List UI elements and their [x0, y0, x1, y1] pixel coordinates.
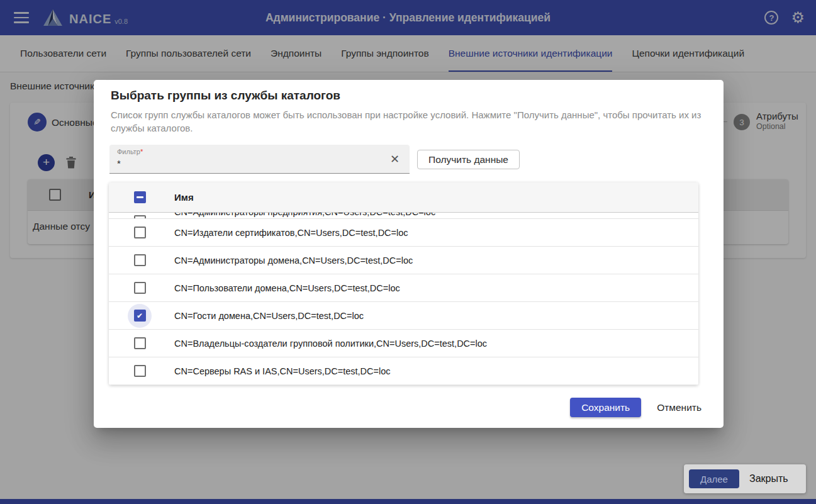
table-header-row: Имя [109, 182, 698, 213]
row-checkbox-checked[interactable]: ✔ [134, 310, 146, 322]
table-row[interactable]: CN=Администраторы домена,CN=Users,DC=tes… [109, 247, 698, 274]
table-row[interactable]: CN=Пользователи домена,CN=Users,DC=test,… [109, 274, 698, 302]
table-row[interactable]: CN=Издатели сертификатов,CN=Users,DC=tes… [109, 219, 698, 247]
name-column-header: Имя [174, 192, 194, 203]
dialog-actions: Сохранить Отменить [570, 398, 701, 417]
row-checkbox[interactable] [134, 282, 146, 294]
clear-icon[interactable]: ✕ [390, 152, 400, 166]
filter-field[interactable]: Фильтр* ✕ [109, 145, 410, 174]
close-button[interactable]: Закрыть [749, 473, 788, 484]
screen: NAICE v0.8 Администрирование · Управлени… [0, 0, 816, 504]
dialog-description: Список групп службы каталогов может быть… [111, 108, 705, 135]
cancel-button[interactable]: Отменить [657, 402, 701, 413]
directory-groups-table: Имя CN=Администраторы предприятия,CN=Use… [109, 182, 698, 385]
table-row-selected[interactable]: ✔ CN=Гости домена,CN=Users,DC=test,DC=lo… [109, 302, 698, 330]
save-button[interactable]: Сохранить [570, 398, 641, 417]
row-checkbox[interactable] [134, 254, 146, 266]
wizard-actions-bar: Далее Закрыть [684, 464, 806, 493]
table-row[interactable]: CN=Администраторы предприятия,CN=Users,D… [109, 213, 698, 219]
filter-label: Фильтр* [117, 148, 143, 155]
filter-input[interactable] [117, 158, 369, 169]
select-all-checkbox[interactable] [134, 191, 146, 203]
next-button[interactable]: Далее [689, 469, 739, 488]
required-asterisk: * [140, 148, 143, 155]
select-groups-dialog: Выбрать группы из службы каталогов Списо… [94, 80, 724, 428]
table-row[interactable]: CN=Серверы RAS и IAS,CN=Users,DC=test,DC… [109, 357, 698, 385]
row-checkbox[interactable] [134, 227, 146, 238]
table-row[interactable]: CN=Владельцы-создатели групповой политик… [109, 330, 698, 357]
dialog-title: Выбрать группы из службы каталогов [111, 89, 340, 103]
row-checkbox[interactable] [134, 337, 146, 349]
row-checkbox[interactable] [134, 365, 146, 377]
fetch-data-button[interactable]: Получить данные [417, 150, 520, 169]
